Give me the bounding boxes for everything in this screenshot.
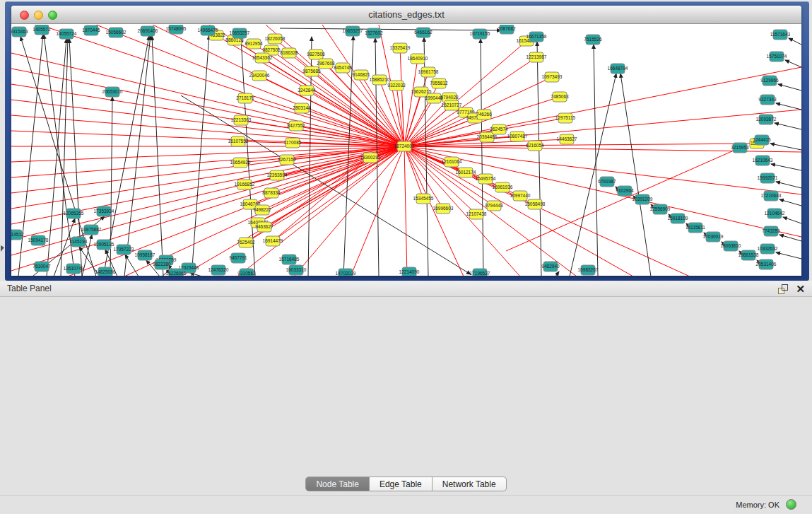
node-label: 16961936 xyxy=(493,185,513,189)
node-label: 7743289 xyxy=(762,228,780,233)
window-zoom-button[interactable] xyxy=(48,11,57,20)
tab-node-table[interactable]: Node Table xyxy=(305,477,370,491)
node-label: 16115811 xyxy=(686,225,705,230)
window-title: citations_edges.txt xyxy=(11,6,801,24)
node-label: 1970445 xyxy=(82,28,100,33)
node-label: 15094178 xyxy=(28,238,49,243)
node-label: 18640910 xyxy=(408,56,428,61)
node-label: 9498222 xyxy=(253,207,271,212)
node-label: 9310563 xyxy=(237,271,256,276)
node-label: 12107438 xyxy=(466,211,487,216)
citation-network-graph[interactable]: 7463822886012889129541822605898275058186… xyxy=(11,25,801,276)
node-label: 10653257 xyxy=(230,30,250,35)
node-label: 12065355 xyxy=(64,211,84,216)
node-label: 12353594 xyxy=(267,173,288,177)
mouse-cursor xyxy=(1,245,4,252)
node-label: 9314512 xyxy=(11,232,24,237)
node-label: 9822380 xyxy=(153,262,171,267)
node-label: 8454749 xyxy=(334,65,352,70)
node-label: 6791987 xyxy=(598,179,616,184)
node-label: 12213987 xyxy=(526,54,547,59)
node-label: 10332632 xyxy=(758,246,778,251)
node-label: 14966470 xyxy=(198,28,218,33)
node-label: 17353934 xyxy=(94,209,114,214)
tab-network-table[interactable]: Network Table xyxy=(433,477,507,491)
node-label: 20364486 xyxy=(477,134,498,139)
node-label: 9227343 xyxy=(758,97,777,102)
node-label: 14702039 xyxy=(336,271,356,276)
node-label: 19166852 xyxy=(235,182,255,187)
node-label: 9315463 xyxy=(11,29,28,34)
node-label: 16648794 xyxy=(608,66,628,71)
node-label: 15058498 xyxy=(525,201,546,206)
node-label: 16107552 xyxy=(228,139,249,144)
node-label: 3215953 xyxy=(731,145,749,150)
network-graph-canvas[interactable]: 7463822886012889129541822605898275058186… xyxy=(11,25,801,276)
node-label: 1405572 xyxy=(33,27,51,32)
node-label: 12213363 xyxy=(231,117,252,122)
node-label: 16210727 xyxy=(442,103,462,107)
node-label: 8186328 xyxy=(280,50,298,55)
node-label: 16033310 xyxy=(286,267,307,272)
node-label: 18226058 xyxy=(265,36,286,41)
node-label: 7955812 xyxy=(430,81,448,86)
node-label: 9827505 xyxy=(262,47,281,52)
node-label: 10654925 xyxy=(230,160,251,165)
node-label: 9482940 xyxy=(541,264,560,269)
node-label: 12104642 xyxy=(765,211,785,216)
window-titlebar[interactable]: citations_edges.txt xyxy=(11,6,801,24)
network-view-frame: citations_edges.txt 74638228860128891295… xyxy=(5,1,809,281)
node-label: 9794443 xyxy=(485,203,503,208)
node-label: 8878334 xyxy=(262,190,281,195)
node-label: 8912954 xyxy=(245,41,263,46)
float-window-icon[interactable] xyxy=(778,284,788,294)
node-label: 15885210 xyxy=(370,77,390,82)
node-label: 15056602 xyxy=(106,30,126,35)
close-panel-icon[interactable]: ✕ xyxy=(796,283,805,296)
node-label: 20531406 xyxy=(756,262,777,267)
node-label: 14463627 xyxy=(557,136,577,141)
node-label: 1244415 xyxy=(753,137,771,142)
node-label: 2718176 xyxy=(236,95,254,100)
node-label: 15345455 xyxy=(413,196,434,201)
memory-ok-indicator xyxy=(786,499,796,510)
node-label: 3242844 xyxy=(298,88,316,93)
node-label: 10719155 xyxy=(470,31,490,36)
node-label: 9827508 xyxy=(307,52,325,57)
node-label: 9129966 xyxy=(760,78,779,83)
window-close-button[interactable] xyxy=(20,11,29,20)
node-label: 7625402 xyxy=(237,240,255,245)
node-label: 20653010 xyxy=(102,89,123,94)
node-label: 9102964 xyxy=(616,188,634,193)
node-label: 10807487 xyxy=(507,134,528,139)
node-label: 7485063 xyxy=(551,94,569,99)
node-label: 1170085 xyxy=(284,140,302,145)
node-label: 12610749 xyxy=(64,266,84,271)
node-label: 2803144 xyxy=(293,105,311,110)
node-label: 6794028 xyxy=(440,95,459,100)
node-label: 15716485 xyxy=(279,257,300,262)
table-panel-title: Table Panel xyxy=(7,284,52,293)
node-label: 15495754 xyxy=(476,176,496,181)
node-label: 23420046 xyxy=(249,73,270,78)
node-label: 6466162 xyxy=(414,30,433,35)
node-label: 6216054 xyxy=(526,143,544,148)
node-label: 18063810 xyxy=(721,243,741,248)
network-window: citations_edges.txt 74638228860128891295… xyxy=(11,6,801,276)
node-label: 12476320 xyxy=(208,267,229,272)
status-bar: Memory: OK xyxy=(0,495,812,514)
node-label: 12556909 xyxy=(650,206,671,211)
node-label: 16671358 xyxy=(526,34,547,39)
node-label: 17030019 xyxy=(703,234,724,239)
node-label: 10958187 xyxy=(135,252,155,257)
node-label: 13325419 xyxy=(390,45,411,50)
window-minimize-button[interactable] xyxy=(34,11,43,20)
node-label: 7610047 xyxy=(33,264,51,269)
node-label: 12905135 xyxy=(94,242,114,247)
node-label: 16996603 xyxy=(433,206,454,211)
node-label: 9463627 xyxy=(255,224,273,229)
tab-edge-table[interactable]: Edge Table xyxy=(370,477,433,491)
node-label: 2967608 xyxy=(317,61,335,66)
node-label: 7515526 xyxy=(584,37,602,42)
node-label: 8427552 xyxy=(287,123,305,128)
